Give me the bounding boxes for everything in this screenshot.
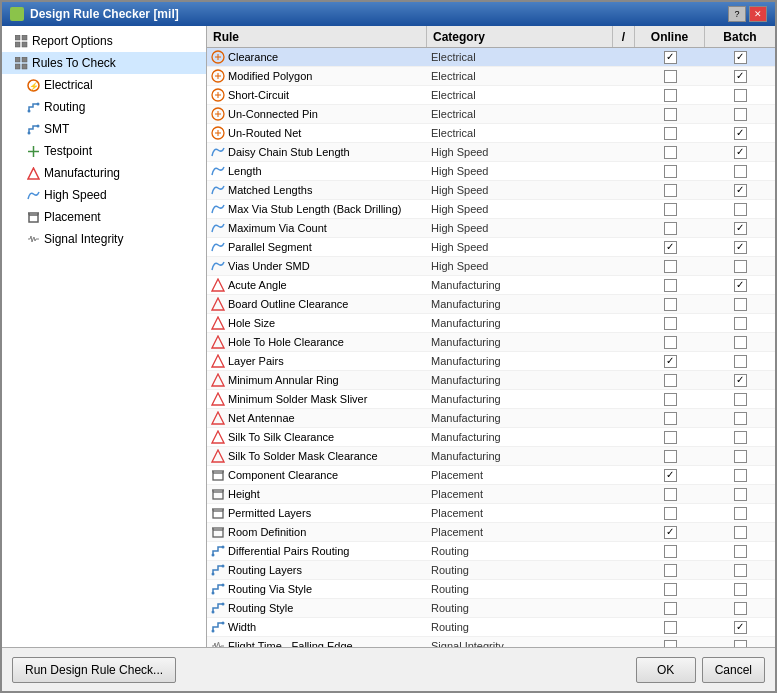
sidebar-item-signal-integrity[interactable]: Signal Integrity [2, 228, 206, 250]
online-checkbox[interactable] [664, 469, 677, 482]
online-checkbox[interactable] [664, 431, 677, 444]
online-checkbox[interactable] [664, 488, 677, 501]
online-checkbox[interactable] [664, 298, 677, 311]
online-checkbox[interactable] [664, 564, 677, 577]
table-row[interactable]: Hole To Hole Clearance Manufacturing [207, 333, 775, 352]
sidebar-item-routing[interactable]: Routing [2, 96, 206, 118]
online-checkbox[interactable] [664, 241, 677, 254]
sidebar-item-rules-to-check[interactable]: Rules To Check [2, 52, 206, 74]
online-checkbox[interactable] [664, 279, 677, 292]
batch-checkbox[interactable] [734, 336, 747, 349]
online-checkbox[interactable] [664, 89, 677, 102]
online-checkbox[interactable] [664, 203, 677, 216]
table-row[interactable]: Hole Size Manufacturing [207, 314, 775, 333]
online-checkbox[interactable] [664, 184, 677, 197]
batch-checkbox[interactable] [734, 450, 747, 463]
table-row[interactable]: Max Via Stub Length (Back Drilling) High… [207, 200, 775, 219]
online-checkbox[interactable] [664, 127, 677, 140]
online-checkbox[interactable] [664, 507, 677, 520]
batch-checkbox[interactable] [734, 545, 747, 558]
help-button[interactable]: ? [728, 6, 746, 22]
table-row[interactable]: Acute Angle Manufacturing [207, 276, 775, 295]
table-row[interactable]: Routing Layers Routing [207, 561, 775, 580]
batch-checkbox[interactable] [734, 374, 747, 387]
batch-checkbox[interactable] [734, 488, 747, 501]
table-row[interactable]: Matched Lengths High Speed [207, 181, 775, 200]
online-checkbox[interactable] [664, 108, 677, 121]
online-checkbox[interactable] [664, 412, 677, 425]
table-row[interactable]: Silk To Solder Mask Clearance Manufactur… [207, 447, 775, 466]
table-row[interactable]: Routing Style Routing [207, 599, 775, 618]
online-checkbox[interactable] [664, 583, 677, 596]
batch-checkbox[interactable] [734, 526, 747, 539]
online-checkbox[interactable] [664, 146, 677, 159]
table-row[interactable]: Un-Connected Pin Electrical [207, 105, 775, 124]
sidebar-item-electrical[interactable]: ⚡ Electrical [2, 74, 206, 96]
online-checkbox[interactable] [664, 70, 677, 83]
table-row[interactable]: Maximum Via Count High Speed [207, 219, 775, 238]
table-row[interactable]: Differential Pairs Routing Routing [207, 542, 775, 561]
batch-checkbox[interactable] [734, 222, 747, 235]
batch-checkbox[interactable] [734, 621, 747, 634]
table-row[interactable]: Minimum Annular Ring Manufacturing [207, 371, 775, 390]
table-row[interactable]: Room Definition Placement [207, 523, 775, 542]
close-button[interactable]: ✕ [749, 6, 767, 22]
cancel-button[interactable]: Cancel [702, 657, 765, 683]
table-row[interactable]: Minimum Solder Mask Sliver Manufacturing [207, 390, 775, 409]
online-checkbox[interactable] [664, 51, 677, 64]
online-checkbox[interactable] [664, 450, 677, 463]
online-checkbox[interactable] [664, 260, 677, 273]
online-checkbox[interactable] [664, 545, 677, 558]
batch-checkbox[interactable] [734, 393, 747, 406]
sidebar-item-report-options[interactable]: Report Options [2, 30, 206, 52]
table-row[interactable]: Clearance Electrical [207, 48, 775, 67]
sidebar-item-smt[interactable]: SMT [2, 118, 206, 140]
batch-checkbox[interactable] [734, 165, 747, 178]
online-checkbox[interactable] [664, 393, 677, 406]
batch-checkbox[interactable] [734, 70, 747, 83]
online-checkbox[interactable] [664, 526, 677, 539]
table-row[interactable]: Component Clearance Placement [207, 466, 775, 485]
sidebar-item-manufacturing[interactable]: Manufacturing [2, 162, 206, 184]
batch-checkbox[interactable] [734, 241, 747, 254]
sidebar-item-testpoint[interactable]: Testpoint [2, 140, 206, 162]
table-row[interactable]: Routing Via Style Routing [207, 580, 775, 599]
online-checkbox[interactable] [664, 602, 677, 615]
table-row[interactable]: Height Placement [207, 485, 775, 504]
batch-checkbox[interactable] [734, 602, 747, 615]
batch-checkbox[interactable] [734, 583, 747, 596]
batch-checkbox[interactable] [734, 203, 747, 216]
table-row[interactable]: Flight Time - Falling Edge Signal Integr… [207, 637, 775, 647]
batch-checkbox[interactable] [734, 279, 747, 292]
batch-checkbox[interactable] [734, 127, 747, 140]
batch-checkbox[interactable] [734, 298, 747, 311]
online-checkbox[interactable] [664, 317, 677, 330]
table-row[interactable]: Layer Pairs Manufacturing [207, 352, 775, 371]
batch-checkbox[interactable] [734, 108, 747, 121]
batch-checkbox[interactable] [734, 51, 747, 64]
table-row[interactable]: Vias Under SMD High Speed [207, 257, 775, 276]
batch-checkbox[interactable] [734, 412, 747, 425]
online-checkbox[interactable] [664, 374, 677, 387]
online-checkbox[interactable] [664, 621, 677, 634]
table-row[interactable]: Net Antennae Manufacturing [207, 409, 775, 428]
sidebar-item-high-speed[interactable]: High Speed [2, 184, 206, 206]
online-checkbox[interactable] [664, 222, 677, 235]
online-checkbox[interactable] [664, 336, 677, 349]
table-row[interactable]: Silk To Silk Clearance Manufacturing [207, 428, 775, 447]
table-row[interactable]: Daisy Chain Stub Length High Speed [207, 143, 775, 162]
batch-checkbox[interactable] [734, 260, 747, 273]
batch-checkbox[interactable] [734, 507, 747, 520]
table-row[interactable]: Length High Speed [207, 162, 775, 181]
table-row[interactable]: Modified Polygon Electrical [207, 67, 775, 86]
batch-checkbox[interactable] [734, 317, 747, 330]
table-row[interactable]: Parallel Segment High Speed [207, 238, 775, 257]
sidebar-item-placement[interactable]: Placement [2, 206, 206, 228]
online-checkbox[interactable] [664, 640, 677, 648]
table-row[interactable]: Un-Routed Net Electrical [207, 124, 775, 143]
batch-checkbox[interactable] [734, 146, 747, 159]
batch-checkbox[interactable] [734, 184, 747, 197]
table-row[interactable]: Permitted Layers Placement [207, 504, 775, 523]
batch-checkbox[interactable] [734, 469, 747, 482]
batch-checkbox[interactable] [734, 431, 747, 444]
